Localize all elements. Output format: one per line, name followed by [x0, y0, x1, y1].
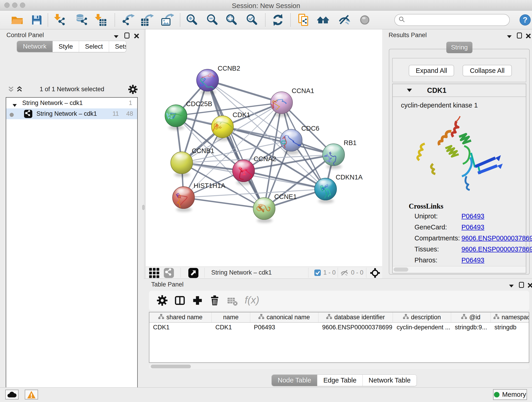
- float-panel-icon[interactable]: [517, 32, 522, 39]
- network-node-CDKN1A: [315, 178, 336, 200]
- network-badge-icon[interactable]: [164, 268, 174, 279]
- collapse-all-button[interactable]: Collapse All: [462, 65, 512, 76]
- column-header-name[interactable]: name: [212, 313, 250, 322]
- warning-button[interactable]: [25, 390, 38, 400]
- tab-edge-table[interactable]: Edge Table: [317, 375, 363, 386]
- show-panel-button[interactable]: [358, 13, 371, 26]
- column-header-description[interactable]: description: [393, 313, 451, 322]
- home-networks-button[interactable]: [317, 13, 330, 26]
- cloud-icon: [7, 391, 17, 398]
- network-view-toolbar: String Network – cdk1 1 - 0 0 - 0: [146, 267, 382, 279]
- network-canvas[interactable]: CCNB2CCNA1CDC25BCDK1CDC6RB1CCNB1CCNA2CDK…: [146, 29, 382, 267]
- import-database-button[interactable]: [76, 13, 89, 26]
- toolbar-separator: [290, 13, 291, 27]
- toolbar-separator: [114, 13, 115, 27]
- close-panel-icon[interactable]: [527, 282, 532, 289]
- import-network-button[interactable]: [54, 13, 66, 26]
- tab-select[interactable]: Select: [79, 41, 109, 52]
- network-view-title: String Network – cdk1: [211, 269, 272, 276]
- section-collapse-icon[interactable]: [407, 89, 412, 93]
- tree-expander-icon[interactable]: [13, 101, 17, 108]
- protein-structure-image: [411, 109, 507, 197]
- splitter-handle[interactable]: [142, 205, 145, 210]
- show-grid-icon[interactable]: [149, 268, 159, 279]
- gene-section-header[interactable]: CDK1: [393, 84, 526, 97]
- tab-string[interactable]: String: [446, 42, 472, 53]
- gear-icon[interactable]: [128, 85, 138, 95]
- crosslink-link[interactable]: P06493: [462, 223, 484, 231]
- hidden-eye-icon[interactable]: [341, 269, 348, 277]
- node-label: CCNE1: [274, 193, 297, 200]
- export-image-button[interactable]: [161, 13, 174, 26]
- window-titlebar: Session: New Session: [0, 0, 532, 11]
- scrollbar-thumb[interactable]: [151, 365, 191, 368]
- node-table: shared namenamecanonical namedatabase id…: [149, 312, 529, 363]
- tab-sets[interactable]: Sets: [109, 41, 126, 52]
- float-panel-icon[interactable]: [124, 32, 129, 39]
- delete-column-trash-icon[interactable]: [209, 295, 220, 307]
- table-cell: stringdb:9...: [451, 323, 491, 332]
- memory-button[interactable]: Memory: [493, 389, 527, 400]
- table-row[interactable]: CDK1CDK1P064939606.ENSP00000378699cyclin…: [149, 323, 529, 332]
- network-node-CDK1: [211, 116, 234, 138]
- crosslink-link[interactable]: 9606.ENSP00000378699: [462, 235, 532, 242]
- chevron-down-icon[interactable]: [507, 35, 512, 39]
- export-table-button[interactable]: [141, 13, 153, 26]
- search-input[interactable]: [408, 16, 506, 24]
- close-panel-icon[interactable]: [133, 33, 139, 40]
- column-header-canonicalname[interactable]: canonical name: [250, 313, 318, 322]
- export-network-button[interactable]: [122, 13, 135, 26]
- network-collection-row[interactable]: String Network – cdk1 1: [6, 98, 137, 108]
- fit-selection-crosshair-icon[interactable]: [370, 268, 380, 279]
- control-panel-header: Control Panel: [0, 29, 144, 40]
- import-table-button[interactable]: [94, 13, 107, 26]
- save-session-button[interactable]: [30, 13, 43, 26]
- tab-style[interactable]: Style: [53, 41, 79, 52]
- table-settings-gear-icon[interactable]: [157, 295, 167, 307]
- svg-text:?: ?: [523, 16, 527, 24]
- zoom-out-button[interactable]: [206, 13, 219, 26]
- close-panel-icon[interactable]: [525, 33, 531, 40]
- hide-panel-button[interactable]: [338, 13, 351, 26]
- copy-network-button[interactable]: [298, 13, 310, 26]
- show-columns-icon[interactable]: [175, 295, 185, 307]
- zoom-fit-button[interactable]: [225, 13, 238, 26]
- chevron-down-icon[interactable]: [114, 35, 119, 39]
- detach-view-icon[interactable]: [188, 268, 198, 279]
- toolbar-separator: [180, 13, 180, 27]
- results-scrollbar[interactable]: [393, 266, 526, 273]
- crosslink-link[interactable]: P06493: [462, 212, 484, 220]
- crosslink-link[interactable]: P06493: [462, 256, 484, 264]
- tab-network[interactable]: Network: [17, 41, 53, 52]
- open-session-button[interactable]: [11, 13, 24, 26]
- expand-collapse-bar: Expand All Collapse All: [392, 58, 526, 82]
- zoom-selected-button[interactable]: [246, 13, 259, 26]
- tab-node-table[interactable]: Node Table: [272, 375, 317, 386]
- node-label: CCNB2: [218, 65, 240, 72]
- crosslink-link[interactable]: 9606.ENSP00000378699: [462, 245, 532, 253]
- network-row[interactable]: String Network – cdk1 11 48: [6, 108, 137, 119]
- network-edge: [208, 80, 282, 103]
- help-button[interactable]: ?: [519, 14, 532, 27]
- network-node-HIST1H1A: [172, 186, 195, 209]
- tab-network-table[interactable]: Network Table: [363, 375, 417, 386]
- selected-checkbox-icon[interactable]: [314, 269, 321, 277]
- zoom-in-button[interactable]: [186, 13, 198, 26]
- memory-label: Memory: [502, 391, 526, 398]
- search-icon: [399, 16, 405, 24]
- refresh-button[interactable]: [272, 13, 284, 26]
- crosslink-row: Uniprot:P06493: [414, 212, 522, 223]
- expand-all-button[interactable]: Expand All: [409, 65, 454, 76]
- node-label: CCNA2: [254, 155, 276, 162]
- cloud-button[interactable]: [5, 390, 19, 400]
- column-header-sharedname[interactable]: shared name: [149, 313, 212, 322]
- table-horizontal-scrollbar[interactable]: [149, 364, 529, 369]
- column-header-databaseidentifier[interactable]: database identifier: [318, 313, 393, 322]
- float-panel-icon[interactable]: [519, 282, 524, 289]
- column-header-namespace[interactable]: namespace: [491, 313, 529, 322]
- add-column-icon[interactable]: [192, 295, 203, 307]
- chevron-down-icon[interactable]: [509, 284, 514, 288]
- column-header-id[interactable]: @id: [451, 313, 491, 322]
- crosslink-label: Compartments:: [414, 235, 460, 242]
- tree-column-icon: [403, 314, 409, 321]
